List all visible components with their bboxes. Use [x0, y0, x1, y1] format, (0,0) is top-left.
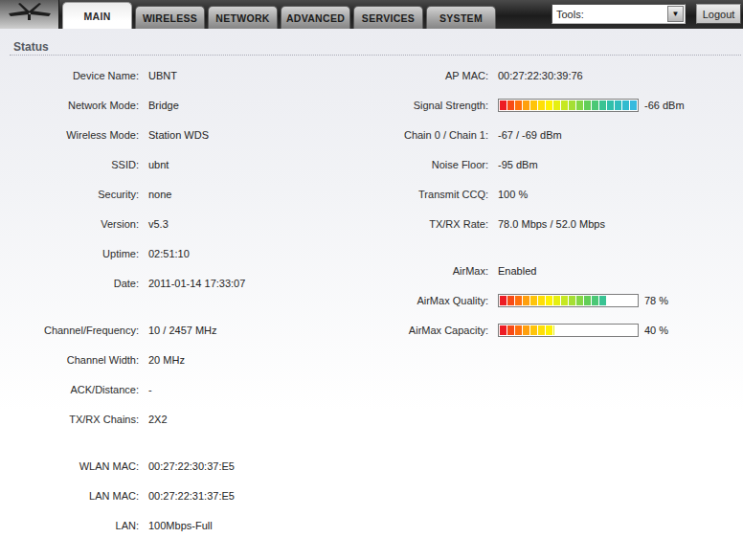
field-value: 100Mbps-Full	[148, 520, 213, 531]
field-value: -66 dBm	[644, 100, 685, 111]
meter-segment	[500, 101, 507, 110]
field-value: 78 %	[644, 295, 668, 306]
field-label: Signal Strength:	[352, 100, 498, 111]
meter-segment	[523, 101, 529, 110]
meter-segment	[515, 325, 522, 335]
meter-segment	[538, 101, 545, 110]
tab-wireless[interactable]: WIRELESS	[135, 6, 205, 29]
top-navigation-bar: MAINWIRELESSNETWORKADVANCEDSERVICESSYSTE…	[0, 0, 743, 29]
tab-network[interactable]: NETWORK	[208, 6, 278, 29]
meter-segment	[530, 101, 537, 110]
status-row: AP MAC:00:27:22:30:39:76	[352, 60, 743, 90]
field-label: TX/RX Rate:	[352, 218, 498, 230]
meter-segment	[553, 296, 560, 305]
status-row: SSID:ubnt	[0, 149, 352, 179]
field-label: AirMax Quality:	[352, 295, 498, 306]
field-label: AirMax:	[352, 265, 498, 277]
dropdown-arrow-icon[interactable]: ▼	[667, 6, 684, 22]
status-row: AirMax Capacity:40 %	[352, 315, 743, 345]
airmax-capacity-bar-fill	[500, 325, 554, 335]
tab-main[interactable]: MAIN	[62, 2, 132, 29]
field-value: 00:27:22:31:37:E5	[148, 490, 235, 502]
tools-dropdown-value: Tools:	[552, 9, 667, 20]
status-row: Channel/Frequency:10 / 2457 MHz	[0, 315, 352, 345]
group-spacer	[0, 298, 352, 315]
status-row: Network Mode:Bridge	[0, 90, 352, 120]
meter-segment	[507, 325, 514, 335]
section-divider	[10, 55, 741, 56]
status-row: Transmit CCQ:100 %	[352, 179, 743, 209]
status-row: AirMax:Enabled	[352, 256, 743, 285]
tab-advanced[interactable]: ADVANCED	[281, 6, 350, 29]
airmax-capacity-bar	[498, 324, 639, 337]
meter-segment	[500, 325, 507, 335]
field-label: TX/RX Chains:	[0, 414, 148, 425]
field-value: Station WDS	[148, 129, 209, 141]
status-row: Version:v5.3	[0, 209, 352, 238]
status-row: Noise Floor:-95 dBm	[352, 149, 743, 179]
status-row: Date:2011-01-14 17:33:07	[0, 268, 352, 298]
meter-segment	[561, 101, 568, 110]
tab-services[interactable]: SERVICES	[353, 6, 423, 29]
field-value: 20 MHz	[148, 354, 185, 366]
field-label: Version:	[0, 218, 148, 230]
status-row: TX/RX Rate:78.0 Mbps / 52.0 Mbps	[352, 209, 743, 238]
status-row: Wireless Mode:Station WDS	[0, 120, 352, 149]
field-label: ACK/Distance:	[0, 384, 148, 395]
meter-segment	[530, 325, 537, 335]
meter-segment	[576, 101, 583, 110]
field-label: Date:	[0, 278, 148, 289]
status-row: Device Name:UBNT	[0, 60, 352, 90]
meter-segment	[500, 296, 507, 305]
meter-segment	[599, 296, 606, 305]
field-value: 2X2	[148, 414, 168, 425]
signal-strength-bar-fill	[500, 101, 637, 110]
field-label: SSID:	[0, 159, 148, 170]
status-row: LAN MAC:00:27:22:31:37:E5	[0, 481, 352, 510]
field-value: none	[148, 189, 171, 200]
field-value: -95 dBm	[498, 159, 538, 170]
meter-segment	[561, 296, 568, 305]
field-value: ubnt	[148, 159, 169, 170]
meter-segment	[576, 296, 583, 305]
meter-segment	[515, 101, 522, 110]
field-value: 00:27:22:30:37:E5	[148, 460, 235, 472]
field-value: 02:51:10	[148, 248, 190, 259]
field-label: Transmit CCQ:	[352, 189, 498, 200]
meter-segment	[569, 101, 575, 110]
airmax-quality-bar	[498, 294, 639, 307]
status-row: AirMax Quality:78 %	[352, 285, 743, 315]
logo-tile	[0, 0, 59, 29]
status-row: Uptime:02:51:10	[0, 238, 352, 268]
status-row: LAN:100Mbps-Full	[0, 510, 352, 540]
airmax-quality-bar-fill	[500, 296, 607, 305]
field-label: Security:	[0, 189, 148, 200]
signal-strength-bar	[498, 99, 639, 112]
status-row: TX/RX Chains:2X2	[0, 404, 352, 434]
tools-dropdown[interactable]: Tools: ▼	[552, 4, 686, 24]
meter-segment	[538, 296, 545, 305]
group-spacer	[352, 238, 743, 256]
meter-segment	[515, 296, 522, 305]
field-label: Channel/Frequency:	[0, 325, 148, 336]
meter-segment	[538, 325, 545, 335]
field-value: Bridge	[148, 100, 179, 111]
field-value: 78.0 Mbps / 52.0 Mbps	[498, 218, 605, 230]
field-value: 10 / 2457 MHz	[148, 325, 217, 336]
field-label: Channel Width:	[0, 354, 148, 366]
meter-segment	[592, 101, 598, 110]
group-spacer	[0, 434, 352, 451]
meter-segment	[553, 101, 560, 110]
meter-segment	[592, 296, 598, 305]
field-label: Noise Floor:	[352, 159, 498, 170]
meter-segment	[584, 101, 591, 110]
field-label: Chain 0 / Chain 1:	[352, 129, 498, 141]
tab-system[interactable]: SYSTEM	[426, 6, 496, 29]
logout-button[interactable]: Logout	[696, 4, 741, 24]
field-label: LAN MAC:	[0, 490, 148, 502]
status-row: WLAN MAC:00:27:22:30:37:E5	[0, 451, 352, 481]
meter-segment	[507, 296, 514, 305]
ubiquiti-antenna-logo-icon	[8, 2, 52, 27]
field-value: v5.3	[148, 218, 169, 230]
field-label: Wireless Mode:	[0, 129, 148, 141]
